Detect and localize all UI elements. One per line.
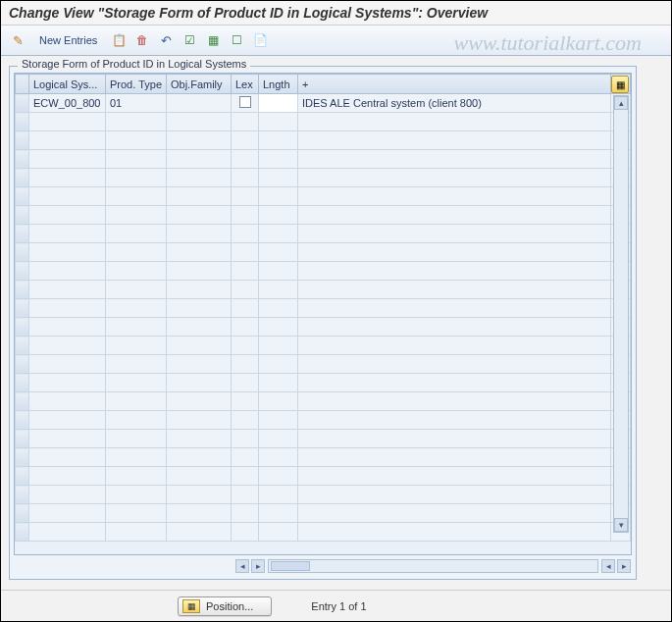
row-selector[interactable] [16, 448, 29, 467]
toggle-edit-icon[interactable] [7, 29, 28, 51]
print-icon[interactable] [249, 29, 271, 51]
scroll-down-icon[interactable]: ▾ [614, 518, 628, 532]
select-column-header[interactable] [16, 75, 29, 94]
table-row[interactable] [16, 467, 631, 486]
table-row[interactable] [16, 281, 631, 299]
empty-cell [259, 374, 298, 392]
row-selector[interactable] [16, 243, 29, 262]
table-row[interactable] [16, 430, 631, 448]
empty-cell [167, 113, 232, 131]
empty-cell [259, 355, 298, 374]
table-row[interactable] [16, 187, 631, 206]
table-row[interactable] [16, 169, 631, 187]
table-row[interactable] [16, 523, 631, 542]
table-row[interactable] [16, 299, 631, 318]
table-row[interactable] [16, 113, 631, 131]
scroll-left2-icon[interactable]: ◂ [601, 559, 615, 573]
row-selector[interactable] [16, 281, 29, 299]
table-row[interactable]: ECW_00_80001IDES ALE Central system (cli… [16, 94, 631, 113]
undo-icon[interactable] [155, 29, 177, 51]
row-selector[interactable] [16, 94, 29, 113]
table-row[interactable] [16, 392, 631, 411]
select-block-icon[interactable] [202, 29, 224, 51]
col-length[interactable]: Lngth [259, 75, 298, 94]
empty-cell [167, 225, 232, 243]
empty-cell [29, 281, 106, 299]
hscroll-track[interactable] [268, 559, 598, 573]
empty-cell [232, 131, 259, 150]
scroll-right-icon[interactable]: ▸ [251, 559, 265, 573]
empty-cell [29, 374, 106, 392]
hscroll-thumb[interactable] [271, 561, 310, 571]
scroll-up-icon[interactable]: ▴ [614, 96, 628, 110]
table-row[interactable] [16, 504, 631, 523]
table-row[interactable] [16, 411, 631, 430]
empty-cell [167, 430, 232, 448]
row-selector[interactable] [16, 411, 29, 430]
table-row[interactable] [16, 486, 631, 504]
row-selector[interactable] [16, 318, 29, 337]
cell-obj-family[interactable] [167, 94, 232, 113]
row-selector[interactable] [16, 206, 29, 225]
scroll-left-icon[interactable]: ◂ [235, 559, 249, 573]
row-selector[interactable] [16, 392, 29, 411]
row-selector[interactable] [16, 430, 29, 448]
table-row[interactable] [16, 374, 631, 392]
row-selector[interactable] [16, 374, 29, 392]
row-selector[interactable] [16, 355, 29, 374]
table-row[interactable] [16, 131, 631, 150]
lex-checkbox[interactable] [239, 96, 251, 108]
new-entries-button[interactable]: New Entries [30, 30, 106, 50]
cell-logical-system[interactable]: ECW_00_800 [29, 94, 106, 113]
empty-cell [298, 448, 611, 467]
cell-lex[interactable] [232, 94, 259, 113]
vertical-scrollbar[interactable]: ▴ ▾ [613, 95, 629, 533]
table-row[interactable] [16, 448, 631, 467]
row-selector[interactable] [16, 299, 29, 318]
cell-description[interactable]: IDES ALE Central system (client 800) [298, 94, 611, 113]
select-all-icon[interactable] [179, 29, 200, 51]
table-row[interactable] [16, 243, 631, 262]
col-lex[interactable]: Lex [232, 75, 259, 94]
scroll-right2-icon[interactable]: ▸ [617, 559, 631, 573]
delete-icon[interactable] [131, 29, 153, 51]
row-selector[interactable] [16, 169, 29, 187]
row-selector[interactable] [16, 262, 29, 281]
empty-cell [106, 523, 167, 542]
empty-cell [298, 225, 611, 243]
col-description[interactable]: + [298, 75, 611, 94]
deselect-all-icon[interactable] [226, 29, 247, 51]
row-selector[interactable] [16, 486, 29, 504]
table-row[interactable] [16, 318, 631, 337]
table-row[interactable] [16, 225, 631, 243]
empty-cell [106, 448, 167, 467]
empty-cell [298, 523, 611, 542]
empty-cell [298, 187, 611, 206]
col-obj-family[interactable]: Obj.Family [167, 75, 232, 94]
empty-cell [298, 411, 611, 430]
row-selector[interactable] [16, 504, 29, 523]
cell-prod-type[interactable]: 01 [106, 94, 167, 113]
position-icon: ▦ [182, 599, 200, 613]
table-row[interactable] [16, 355, 631, 374]
row-selector[interactable] [16, 187, 29, 206]
empty-cell [106, 206, 167, 225]
row-selector[interactable] [16, 337, 29, 355]
table-row[interactable] [16, 262, 631, 281]
copy-as-icon[interactable] [108, 29, 129, 51]
cell-length[interactable] [259, 94, 298, 113]
row-selector[interactable] [16, 131, 29, 150]
row-selector[interactable] [16, 523, 29, 542]
row-selector[interactable] [16, 113, 29, 131]
row-selector[interactable] [16, 467, 29, 486]
table-row[interactable] [16, 150, 631, 169]
table-row[interactable] [16, 206, 631, 225]
table-row[interactable] [16, 337, 631, 355]
row-selector[interactable] [16, 150, 29, 169]
col-logical-system[interactable]: Logical Sys... [29, 75, 106, 94]
empty-cell [259, 206, 298, 225]
row-selector[interactable] [16, 225, 29, 243]
col-prod-type[interactable]: Prod. Type [106, 75, 167, 94]
position-button[interactable]: ▦ Position... [178, 596, 272, 616]
table-configure-icon[interactable]: ▦ [611, 76, 629, 93]
